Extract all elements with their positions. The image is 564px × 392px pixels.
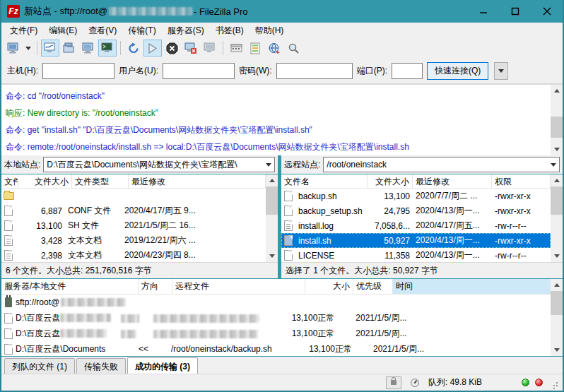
menu-transfer[interactable]: 传输(T) xyxy=(122,23,161,39)
chevron-down-icon[interactable] xyxy=(262,158,274,172)
remote-path-bar: 远程站点: /root/oneinstack xyxy=(281,155,563,174)
file-icon xyxy=(4,220,13,231)
username-input[interactable] xyxy=(163,63,235,79)
file-icon xyxy=(4,344,13,355)
local-path-combo[interactable]: D:\百度云盘\Documents\网站数据文件夹\宝塔配置\ xyxy=(43,157,275,172)
site-manager-icon xyxy=(7,42,20,54)
remote-header-modified[interactable]: 最近修改 xyxy=(413,174,492,188)
status-bar: 队列: 49.8 KiB xyxy=(1,374,563,391)
refresh-button[interactable] xyxy=(124,40,143,57)
menu-bookmarks[interactable]: 书签(B) xyxy=(210,23,249,39)
file-icon xyxy=(284,206,293,216)
scroll-up-button[interactable] xyxy=(551,174,563,186)
process-queue-button[interactable] xyxy=(143,40,162,57)
local-tree-icon xyxy=(63,42,76,54)
menu-server[interactable]: 服务器(S) xyxy=(162,23,210,39)
queue-row-2[interactable]: D:\百度云盘 13,100 正常 2021/1/5/周... xyxy=(1,326,551,341)
port-label: 端口(P): xyxy=(357,65,387,77)
queue-header-remote[interactable]: 远程文件 xyxy=(172,279,305,294)
site-manager-button[interactable] xyxy=(4,40,23,57)
local-header-size[interactable]: 文件大小 xyxy=(18,174,72,188)
local-row-txt2[interactable]: 2,398 文本文档 2020/4/23/周四 8... xyxy=(1,248,266,262)
filter-button[interactable] xyxy=(227,40,245,57)
remote-path-combo[interactable]: /root/oneinstack xyxy=(323,157,560,172)
port-input[interactable] xyxy=(392,63,423,79)
local-row-parent[interactable] xyxy=(1,189,266,203)
file-icon xyxy=(4,328,13,339)
cancel-button[interactable] xyxy=(163,40,181,57)
synchronized-browsing-button[interactable] xyxy=(265,40,283,57)
toggle-remote-tree-button[interactable] xyxy=(79,40,98,57)
remote-site-label: 远程站点: xyxy=(284,159,320,171)
queue-row-1[interactable]: D:\百度云盘 13,100 正常 2021/1/5/周... xyxy=(1,310,551,326)
scroll-up-button[interactable] xyxy=(551,279,563,291)
queue-row-3[interactable]: D:\百度云盘\Documents << /root/oneinstack/ba… xyxy=(1,341,551,356)
local-row-sh[interactable]: 13,100 SH 文件 2021/1/5/周二 16... xyxy=(1,218,266,233)
queue-header-priority[interactable]: 优先级 xyxy=(353,279,393,294)
quickconnect-dropdown[interactable] xyxy=(494,62,508,80)
disconnect-icon xyxy=(184,42,197,54)
menu-file[interactable]: 文件(F) xyxy=(4,23,43,39)
menu-edit[interactable]: 编辑(E) xyxy=(43,23,83,39)
toggle-local-tree-button[interactable] xyxy=(60,40,78,57)
queue-header-direction[interactable]: 方向 xyxy=(139,279,172,294)
remote-row-backup[interactable]: backup.sh 13,100 2020/7/7/周二 ... -rwxr-x… xyxy=(281,189,551,203)
scroll-down-button[interactable] xyxy=(266,250,278,262)
remote-header-size[interactable]: 文件大小 xyxy=(368,174,413,188)
minimize-button[interactable] xyxy=(467,0,499,23)
quickconnect-bar: 主机(H): 用户名(U): 密码(W): 端口(P): 快速连接(Q) xyxy=(1,58,563,84)
local-header-name[interactable]: 文件名 xyxy=(1,174,18,188)
queue-header-local[interactable]: 服务器/本地文件 xyxy=(1,279,139,294)
menu-help[interactable]: 帮助(H) xyxy=(249,23,290,39)
host-input[interactable] xyxy=(42,63,114,79)
speed-limit-button[interactable] xyxy=(407,376,423,389)
scroll-up-button[interactable] xyxy=(551,85,563,97)
local-header-type[interactable]: 文件类型 xyxy=(72,174,129,188)
local-header-modified[interactable]: 最近修改 xyxy=(129,174,266,188)
quickconnect-button[interactable]: 快速连接(Q) xyxy=(427,62,488,80)
menu-view[interactable]: 查看(V) xyxy=(83,23,122,39)
scroll-up-button[interactable] xyxy=(266,174,278,186)
queue-header-size[interactable]: 大小 xyxy=(305,279,353,294)
remote-header-perms[interactable]: 权限 xyxy=(492,174,551,188)
local-row-conf[interactable]: 6,887 CONF 文件 2020/4/17/周五 9... xyxy=(1,203,266,218)
log-scrollbar[interactable] xyxy=(551,85,563,155)
local-row-txt1[interactable]: 3,428 文本文档 2019/12/21/周六 ... xyxy=(1,233,266,248)
remote-row-install-sh[interactable]: install.sh 50,927 2020/4/13/周一... -rwxr-… xyxy=(281,233,551,248)
remote-row-install-log[interactable]: install.log 7,058,6... 2020/4/17/周五... -… xyxy=(281,218,551,233)
disconnect-button[interactable] xyxy=(182,40,200,57)
file-icon xyxy=(284,250,293,261)
local-list-scrollbar[interactable] xyxy=(266,174,278,262)
queue-scrollbar[interactable] xyxy=(551,279,563,356)
tls-lock-button[interactable] xyxy=(386,376,401,389)
log-line: 命令: cd "/root/oneinstack" xyxy=(6,88,546,105)
close-button[interactable] xyxy=(531,0,563,23)
queue-header-time[interactable]: 时间 xyxy=(393,279,551,294)
remote-list-scrollbar[interactable] xyxy=(551,174,563,262)
find-files-button[interactable] xyxy=(284,40,302,57)
reconnect-button[interactable] xyxy=(201,40,219,57)
remote-row-license[interactable]: LICENSE 11,358 2020/4/13/周一... -rw-r--r-… xyxy=(281,248,551,262)
toggle-message-log-button[interactable] xyxy=(41,40,59,57)
scroll-down-button[interactable] xyxy=(551,344,563,356)
directory-comparison-button[interactable] xyxy=(246,40,264,57)
scroll-down-button[interactable] xyxy=(551,250,563,262)
queue-row-server[interactable]: sftp://root@ xyxy=(1,295,551,310)
file-icon xyxy=(284,235,293,246)
filezilla-window: Fz 新站点 - sftp://root@ - FileZilla Pro 文件… xyxy=(0,0,564,392)
chevron-down-icon[interactable] xyxy=(547,158,559,172)
toolbar-separator xyxy=(223,41,223,55)
password-input[interactable] xyxy=(276,63,353,79)
remote-header-name[interactable]: 文件名 xyxy=(281,174,368,188)
resize-grip[interactable] xyxy=(550,379,558,387)
site-manager-dropdown[interactable] xyxy=(23,40,33,57)
redacted-host xyxy=(61,298,126,307)
scroll-down-button[interactable] xyxy=(551,143,563,155)
toggle-queue-button[interactable] xyxy=(98,40,117,57)
local-list-header: 文件名 文件大小 文件类型 最近修改 xyxy=(1,174,266,189)
file-panes: 本地站点: D:\百度云盘\Documents\网站数据文件夹\宝塔配置\ 文件… xyxy=(1,155,563,278)
chevron-down-icon xyxy=(498,69,504,73)
remote-row-backup-setup[interactable]: backup_setup.sh 24,795 2020/4/13/周一... -… xyxy=(281,203,551,218)
maximize-button[interactable] xyxy=(499,0,531,23)
directory-comparison-icon xyxy=(250,42,261,54)
